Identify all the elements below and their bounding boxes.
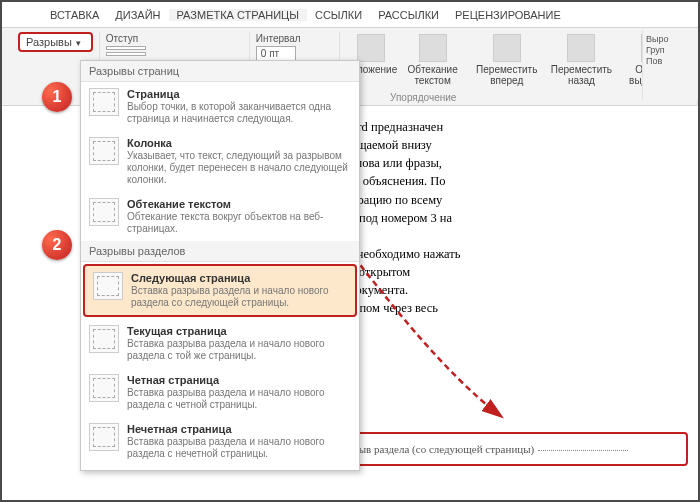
break-next-page-item[interactable]: Следующая страница Вставка разрыва разде…	[83, 264, 357, 317]
breaks-menu: Разрывы страниц Страница Выбор точки, в …	[80, 60, 360, 471]
textwrap-break-icon	[89, 198, 119, 226]
next-page-break-icon	[93, 272, 123, 300]
ribbon-tabs: ВСТАВКА ДИЗАЙН РАЗМЕТКА СТРАНИЦЫ ССЫЛКИ …	[2, 2, 698, 28]
tab-page-layout[interactable]: РАЗМЕТКА СТРАНИЦЫ	[169, 9, 307, 21]
tab-mailings[interactable]: РАССЫЛКИ	[370, 9, 447, 21]
position-icon	[357, 34, 385, 62]
arrange-group-label: Упорядочение	[390, 92, 456, 103]
break-continuous-item[interactable]: Текущая страница Вставка разрыва раздела…	[81, 319, 359, 368]
bring-forward-button[interactable]: Переместить вперед	[469, 32, 544, 88]
even-page-break-icon	[89, 374, 119, 402]
indent-right-field[interactable]	[106, 52, 146, 56]
column-break-icon	[89, 137, 119, 165]
break-odd-page-item[interactable]: Нечетная страница Вставка разрыва раздел…	[81, 417, 359, 466]
tab-references[interactable]: ССЫЛКИ	[307, 9, 370, 21]
wrap-text-button[interactable]: Обтекание текстом	[398, 32, 468, 88]
continuous-break-icon	[89, 325, 119, 353]
break-textwrap-item[interactable]: Обтекание текстом Обтекание текста вокру…	[81, 192, 359, 241]
break-even-page-item[interactable]: Четная страница Вставка разрыва раздела …	[81, 368, 359, 417]
forward-icon	[493, 34, 521, 62]
spacing-before-field[interactable]: 0 пт	[256, 46, 296, 61]
wrap-icon	[419, 34, 447, 62]
send-backward-button[interactable]: Переместить назад	[546, 32, 617, 88]
page-break-icon	[89, 88, 119, 116]
annotation-marker-1: 1	[42, 82, 72, 112]
tab-design[interactable]: ДИЗАЙН	[107, 9, 168, 21]
indent-left-field[interactable]	[106, 46, 146, 50]
backward-icon	[567, 34, 595, 62]
break-column-item[interactable]: Колонка Указывает, что текст, следующий …	[81, 131, 359, 192]
menu-section-section-breaks: Разрывы разделов	[81, 241, 359, 262]
break-page-item[interactable]: Страница Выбор точки, в которой заканчив…	[81, 82, 359, 131]
tab-review[interactable]: РЕЦЕНЗИРОВАНИЕ	[447, 9, 569, 21]
tab-insert[interactable]: ВСТАВКА	[42, 9, 107, 21]
interval-label: Интервал	[256, 33, 301, 44]
odd-page-break-icon	[89, 423, 119, 451]
menu-section-page-breaks: Разрывы страниц	[81, 61, 359, 82]
annotation-marker-2: 2	[42, 230, 72, 260]
breaks-dropdown[interactable]: Разрывы	[18, 32, 93, 52]
indent-label: Отступ	[106, 33, 138, 44]
right-edge-partial: Выро Груп Пов	[642, 30, 698, 100]
